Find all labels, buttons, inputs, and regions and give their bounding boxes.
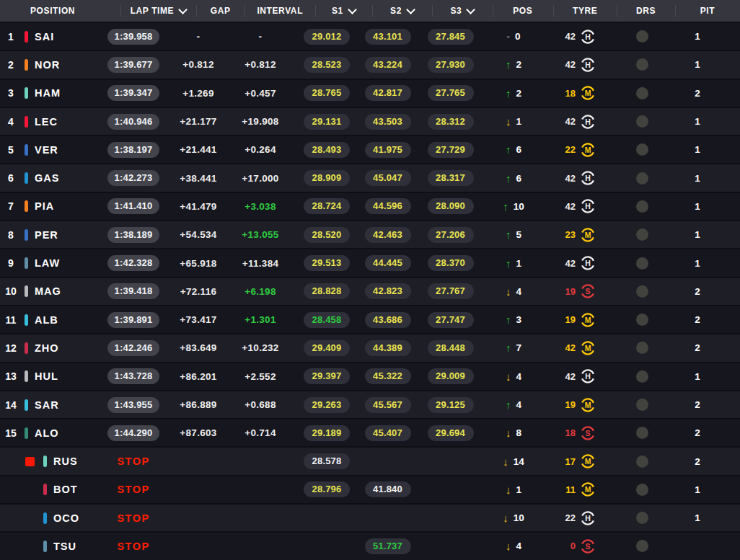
driver-row[interactable]: 11 ALB 1:39.891 +73.417 +1.301 28.458 43… <box>0 306 740 333</box>
driver-row[interactable]: 15 ALO 1:44.290 +87.603 +0.714 29.189 45… <box>0 419 740 446</box>
sector1-cell: 28.578 <box>297 448 356 474</box>
column-header-s1[interactable]: S1 <box>315 0 372 22</box>
tyre-laps-count: 17 <box>561 456 576 467</box>
position-change-value: 6 <box>516 144 521 155</box>
sector1-cell: 29.513 <box>297 249 356 276</box>
sector2-cell: 42.463 <box>356 221 419 248</box>
driver-row[interactable]: OCO STOP ↓ 10 22 H <box>0 505 740 531</box>
position-change-cell: ↑ 7 <box>482 334 545 361</box>
sector3-cell: 29.009 <box>419 363 482 390</box>
tyre-laps-count: 42 <box>561 31 576 42</box>
sector1-cell: 28.796 <box>297 476 356 503</box>
tyre-compound-icon: M <box>580 453 596 469</box>
interval-cell: +0.457 <box>224 80 297 107</box>
interval-value: +19.908 <box>242 116 278 127</box>
driver-row[interactable]: 4 LEC 1:40.946 +21.177 +19.908 29.131 43… <box>0 108 740 135</box>
svg-text:H: H <box>585 514 591 523</box>
gap-cell: +83.649 <box>173 334 224 361</box>
lap-time-cell: 1:38.189 <box>94 221 173 248</box>
gap-value: +73.417 <box>180 314 216 325</box>
drs-cell <box>612 419 672 446</box>
position-change-arrow-icon: ↑ <box>506 342 511 353</box>
column-label: PIT <box>700 6 715 16</box>
lap-time-value: 1:38.189 <box>107 227 159 243</box>
gap-value: +0.812 <box>182 59 213 70</box>
sector1-value: 28.828 <box>304 283 350 299</box>
sector3-value: 29.694 <box>428 425 474 441</box>
driver-row[interactable]: BOT STOP 28.796 41.840 ↓ 1 11 M <box>0 476 740 503</box>
driver-row[interactable]: 2 NOR 1:39.677 +0.812 +0.812 28.523 43.2… <box>0 51 740 78</box>
team-color-bar <box>25 427 28 439</box>
sector2-cell <box>356 448 419 474</box>
sector3-value: 27.729 <box>428 142 474 158</box>
driver-row[interactable]: 1 SAI 1:39.958 - - 29.012 43.101 27.845 … <box>0 23 740 50</box>
team-color-bar <box>25 285 28 297</box>
driver-code: BOT <box>53 484 78 495</box>
tyre-cell: 19 M <box>545 391 612 418</box>
driver-row[interactable]: 5 VER 1:38.197 +21.441 +0.264 28.493 41.… <box>0 136 740 163</box>
pit-cell: 2 <box>672 278 740 305</box>
pit-cell: 2 <box>672 334 740 361</box>
driver-code: GAS <box>35 172 59 184</box>
position-change-value: 1 <box>516 116 521 127</box>
sector2-cell: 41.840 <box>356 476 419 503</box>
interval-value: +13.055 <box>242 229 278 240</box>
drs-indicator <box>636 172 648 185</box>
position-change-cell: ↓ 4 <box>482 278 545 305</box>
interval-cell: +0.688 <box>224 391 297 418</box>
pit-cell: 1 <box>672 363 740 390</box>
lap-time-cell: 1:43.728 <box>94 363 173 390</box>
sector2-cell <box>356 505 419 531</box>
tyre-laps-count: 0 <box>561 541 576 551</box>
interval-cell: +10.232 <box>224 334 297 361</box>
interval-cell: +13.055 <box>224 221 297 248</box>
driver-row[interactable]: 9 LAW 1:42.328 +65.918 +11.384 29.513 44… <box>0 249 740 276</box>
position-change-arrow-icon: ↑ <box>506 144 511 155</box>
driver-cell: 7 PIA <box>0 193 94 220</box>
pit-count: 1 <box>695 31 700 42</box>
svg-text:S: S <box>585 542 590 551</box>
driver-cell: 11 ALB <box>0 306 94 333</box>
driver-row[interactable]: 14 SAR 1:43.955 +86.889 +0.688 29.263 45… <box>0 391 740 418</box>
driver-row[interactable]: RUS STOP 28.578 ↓ 14 17 M <box>0 448 740 474</box>
driver-row[interactable]: 8 PER 1:38.189 +54.534 +13.055 28.520 42… <box>0 221 740 248</box>
sector2-value: 45.047 <box>365 170 411 186</box>
sector3-cell: 28.317 <box>419 164 482 191</box>
position-number: 4 <box>1 116 20 128</box>
gap-cell: +0.812 <box>173 51 224 78</box>
driver-row[interactable]: 12 ZHO 1:42.246 +83.649 +10.232 29.409 4… <box>0 334 740 361</box>
status-slot <box>20 457 39 466</box>
position-change-arrow-icon: ↓ <box>503 512 508 523</box>
driver-row[interactable]: 6 GAS 1:42.273 +38.441 +17.000 28.909 45… <box>0 164 740 191</box>
sector2-cell: 41.975 <box>356 136 419 163</box>
sector2-cell: 51.737 <box>356 533 419 559</box>
drs-cell <box>612 23 672 50</box>
sector1-cell: 28.493 <box>297 136 356 163</box>
timing-table-body: 1 SAI 1:39.958 - - 29.012 43.101 27.845 … <box>0 23 740 560</box>
column-header-tyre: TYRE <box>553 0 617 22</box>
interval-value: +17.000 <box>242 173 278 184</box>
gap-cell: +65.918 <box>173 249 224 276</box>
sector3-cell <box>419 448 482 474</box>
sector1-value: 29.012 <box>304 29 350 45</box>
chevron-down-icon <box>178 5 188 14</box>
svg-text:M: M <box>585 231 591 239</box>
column-header-s3[interactable]: S3 <box>432 0 492 22</box>
tyre-compound-icon: M <box>580 85 596 101</box>
lap-time-cell: 1:40.946 <box>94 108 173 135</box>
drs-indicator <box>636 58 648 71</box>
sector3-value: 27.765 <box>428 85 474 101</box>
driver-row[interactable]: 3 HAM 1:39.347 +1.269 +0.457 28.765 42.8… <box>0 80 740 107</box>
position-change-value: 2 <box>516 59 521 70</box>
driver-row[interactable]: 7 PIA 1:41.410 +41.479 +3.038 28.724 44.… <box>0 193 740 220</box>
column-header-s2[interactable]: S2 <box>372 0 432 22</box>
drs-indicator <box>636 314 648 326</box>
position-change-cell: ↑ 2 <box>482 51 545 78</box>
driver-row[interactable]: TSU STOP 51.737 ↓ 4 0 S <box>0 533 740 559</box>
team-color-bar <box>25 257 28 269</box>
sector1-value: 29.397 <box>304 368 350 384</box>
driver-row[interactable]: 10 MAG 1:39.418 +72.116 +6.198 28.828 42… <box>0 278 740 305</box>
driver-row[interactable]: 13 HUL 1:43.728 +86.201 +2.552 29.397 45… <box>0 363 740 390</box>
column-header-lap-time[interactable]: LAP TIME <box>120 0 197 22</box>
column-header-pos: POS <box>493 0 553 22</box>
